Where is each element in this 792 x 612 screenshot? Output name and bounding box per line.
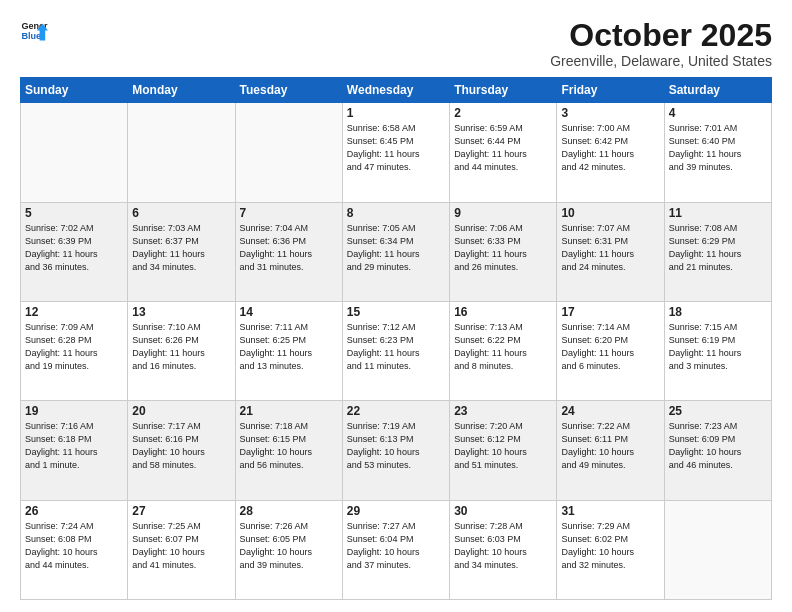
logo-icon: General Blue <box>20 18 48 46</box>
header-tuesday: Tuesday <box>235 78 342 103</box>
table-row: 1Sunrise: 6:58 AM Sunset: 6:45 PM Daylig… <box>342 103 449 202</box>
day-number: 5 <box>25 206 123 220</box>
title-block: October 2025 Greenville, Delaware, Unite… <box>550 18 772 69</box>
calendar-week-row: 12Sunrise: 7:09 AM Sunset: 6:28 PM Dayli… <box>21 301 772 400</box>
table-row: 25Sunrise: 7:23 AM Sunset: 6:09 PM Dayli… <box>664 401 771 500</box>
day-number: 14 <box>240 305 338 319</box>
table-row: 7Sunrise: 7:04 AM Sunset: 6:36 PM Daylig… <box>235 202 342 301</box>
day-info: Sunrise: 7:14 AM Sunset: 6:20 PM Dayligh… <box>561 321 659 373</box>
table-row <box>664 500 771 599</box>
day-number: 15 <box>347 305 445 319</box>
day-info: Sunrise: 7:06 AM Sunset: 6:33 PM Dayligh… <box>454 222 552 274</box>
day-number: 21 <box>240 404 338 418</box>
day-number: 17 <box>561 305 659 319</box>
day-info: Sunrise: 7:16 AM Sunset: 6:18 PM Dayligh… <box>25 420 123 472</box>
table-row: 21Sunrise: 7:18 AM Sunset: 6:15 PM Dayli… <box>235 401 342 500</box>
table-row: 30Sunrise: 7:28 AM Sunset: 6:03 PM Dayli… <box>450 500 557 599</box>
day-info: Sunrise: 7:12 AM Sunset: 6:23 PM Dayligh… <box>347 321 445 373</box>
header-friday: Friday <box>557 78 664 103</box>
table-row: 20Sunrise: 7:17 AM Sunset: 6:16 PM Dayli… <box>128 401 235 500</box>
day-number: 25 <box>669 404 767 418</box>
day-info: Sunrise: 7:11 AM Sunset: 6:25 PM Dayligh… <box>240 321 338 373</box>
header: General Blue October 2025 Greenville, De… <box>20 18 772 69</box>
header-sunday: Sunday <box>21 78 128 103</box>
day-info: Sunrise: 7:20 AM Sunset: 6:12 PM Dayligh… <box>454 420 552 472</box>
day-info: Sunrise: 7:19 AM Sunset: 6:13 PM Dayligh… <box>347 420 445 472</box>
day-number: 18 <box>669 305 767 319</box>
month-title: October 2025 <box>550 18 772 53</box>
calendar-week-row: 19Sunrise: 7:16 AM Sunset: 6:18 PM Dayli… <box>21 401 772 500</box>
table-row: 26Sunrise: 7:24 AM Sunset: 6:08 PM Dayli… <box>21 500 128 599</box>
day-number: 28 <box>240 504 338 518</box>
day-info: Sunrise: 7:17 AM Sunset: 6:16 PM Dayligh… <box>132 420 230 472</box>
table-row <box>21 103 128 202</box>
table-row: 27Sunrise: 7:25 AM Sunset: 6:07 PM Dayli… <box>128 500 235 599</box>
day-info: Sunrise: 7:05 AM Sunset: 6:34 PM Dayligh… <box>347 222 445 274</box>
day-info: Sunrise: 7:15 AM Sunset: 6:19 PM Dayligh… <box>669 321 767 373</box>
day-info: Sunrise: 7:22 AM Sunset: 6:11 PM Dayligh… <box>561 420 659 472</box>
table-row: 16Sunrise: 7:13 AM Sunset: 6:22 PM Dayli… <box>450 301 557 400</box>
day-info: Sunrise: 7:13 AM Sunset: 6:22 PM Dayligh… <box>454 321 552 373</box>
day-info: Sunrise: 6:58 AM Sunset: 6:45 PM Dayligh… <box>347 122 445 174</box>
logo: General Blue <box>20 18 50 46</box>
day-info: Sunrise: 7:02 AM Sunset: 6:39 PM Dayligh… <box>25 222 123 274</box>
day-number: 30 <box>454 504 552 518</box>
day-info: Sunrise: 7:26 AM Sunset: 6:05 PM Dayligh… <box>240 520 338 572</box>
table-row: 9Sunrise: 7:06 AM Sunset: 6:33 PM Daylig… <box>450 202 557 301</box>
calendar-week-row: 5Sunrise: 7:02 AM Sunset: 6:39 PM Daylig… <box>21 202 772 301</box>
day-info: Sunrise: 7:03 AM Sunset: 6:37 PM Dayligh… <box>132 222 230 274</box>
day-number: 7 <box>240 206 338 220</box>
day-info: Sunrise: 7:25 AM Sunset: 6:07 PM Dayligh… <box>132 520 230 572</box>
day-number: 4 <box>669 106 767 120</box>
day-number: 26 <box>25 504 123 518</box>
day-number: 22 <box>347 404 445 418</box>
table-row: 3Sunrise: 7:00 AM Sunset: 6:42 PM Daylig… <box>557 103 664 202</box>
day-info: Sunrise: 7:08 AM Sunset: 6:29 PM Dayligh… <box>669 222 767 274</box>
table-row <box>128 103 235 202</box>
table-row: 28Sunrise: 7:26 AM Sunset: 6:05 PM Dayli… <box>235 500 342 599</box>
table-row: 14Sunrise: 7:11 AM Sunset: 6:25 PM Dayli… <box>235 301 342 400</box>
calendar-week-row: 1Sunrise: 6:58 AM Sunset: 6:45 PM Daylig… <box>21 103 772 202</box>
day-info: Sunrise: 6:59 AM Sunset: 6:44 PM Dayligh… <box>454 122 552 174</box>
day-info: Sunrise: 7:10 AM Sunset: 6:26 PM Dayligh… <box>132 321 230 373</box>
table-row: 24Sunrise: 7:22 AM Sunset: 6:11 PM Dayli… <box>557 401 664 500</box>
header-wednesday: Wednesday <box>342 78 449 103</box>
table-row: 12Sunrise: 7:09 AM Sunset: 6:28 PM Dayli… <box>21 301 128 400</box>
table-row: 17Sunrise: 7:14 AM Sunset: 6:20 PM Dayli… <box>557 301 664 400</box>
day-info: Sunrise: 7:04 AM Sunset: 6:36 PM Dayligh… <box>240 222 338 274</box>
weekday-header-row: Sunday Monday Tuesday Wednesday Thursday… <box>21 78 772 103</box>
day-number: 8 <box>347 206 445 220</box>
calendar-table: Sunday Monday Tuesday Wednesday Thursday… <box>20 77 772 600</box>
day-number: 19 <box>25 404 123 418</box>
day-number: 16 <box>454 305 552 319</box>
table-row: 18Sunrise: 7:15 AM Sunset: 6:19 PM Dayli… <box>664 301 771 400</box>
table-row: 19Sunrise: 7:16 AM Sunset: 6:18 PM Dayli… <box>21 401 128 500</box>
day-number: 13 <box>132 305 230 319</box>
day-number: 20 <box>132 404 230 418</box>
day-number: 3 <box>561 106 659 120</box>
svg-text:Blue: Blue <box>21 31 41 41</box>
day-info: Sunrise: 7:27 AM Sunset: 6:04 PM Dayligh… <box>347 520 445 572</box>
day-number: 27 <box>132 504 230 518</box>
day-number: 9 <box>454 206 552 220</box>
table-row: 29Sunrise: 7:27 AM Sunset: 6:04 PM Dayli… <box>342 500 449 599</box>
location: Greenville, Delaware, United States <box>550 53 772 69</box>
table-row: 6Sunrise: 7:03 AM Sunset: 6:37 PM Daylig… <box>128 202 235 301</box>
table-row: 4Sunrise: 7:01 AM Sunset: 6:40 PM Daylig… <box>664 103 771 202</box>
day-number: 11 <box>669 206 767 220</box>
table-row: 15Sunrise: 7:12 AM Sunset: 6:23 PM Dayli… <box>342 301 449 400</box>
day-info: Sunrise: 7:09 AM Sunset: 6:28 PM Dayligh… <box>25 321 123 373</box>
day-number: 29 <box>347 504 445 518</box>
table-row: 11Sunrise: 7:08 AM Sunset: 6:29 PM Dayli… <box>664 202 771 301</box>
day-info: Sunrise: 7:29 AM Sunset: 6:02 PM Dayligh… <box>561 520 659 572</box>
day-info: Sunrise: 7:24 AM Sunset: 6:08 PM Dayligh… <box>25 520 123 572</box>
table-row: 23Sunrise: 7:20 AM Sunset: 6:12 PM Dayli… <box>450 401 557 500</box>
calendar-week-row: 26Sunrise: 7:24 AM Sunset: 6:08 PM Dayli… <box>21 500 772 599</box>
page: General Blue October 2025 Greenville, De… <box>0 0 792 612</box>
day-number: 10 <box>561 206 659 220</box>
day-number: 31 <box>561 504 659 518</box>
table-row: 22Sunrise: 7:19 AM Sunset: 6:13 PM Dayli… <box>342 401 449 500</box>
day-info: Sunrise: 7:01 AM Sunset: 6:40 PM Dayligh… <box>669 122 767 174</box>
table-row: 8Sunrise: 7:05 AM Sunset: 6:34 PM Daylig… <box>342 202 449 301</box>
table-row: 31Sunrise: 7:29 AM Sunset: 6:02 PM Dayli… <box>557 500 664 599</box>
